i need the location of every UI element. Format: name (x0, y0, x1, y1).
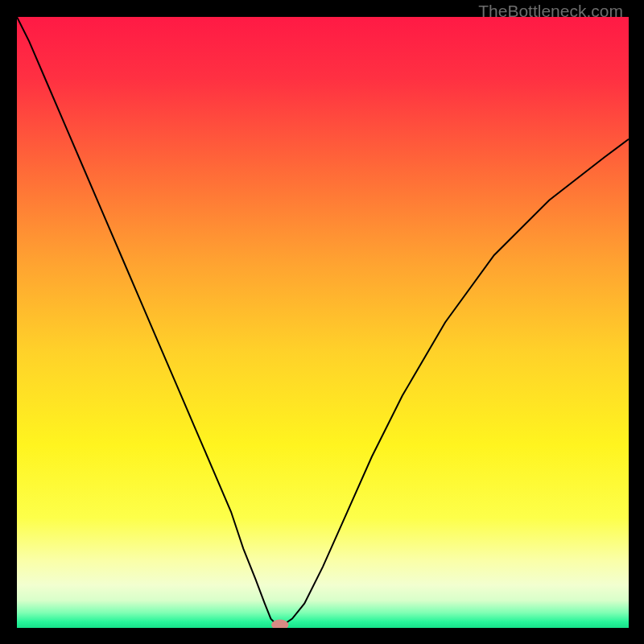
watermark-text: TheBottleneck.com (478, 2, 623, 21)
chart-svg (17, 17, 629, 628)
chart-frame: TheBottleneck.com (0, 0, 644, 644)
plot-area (17, 17, 629, 628)
gradient-background (17, 17, 629, 628)
